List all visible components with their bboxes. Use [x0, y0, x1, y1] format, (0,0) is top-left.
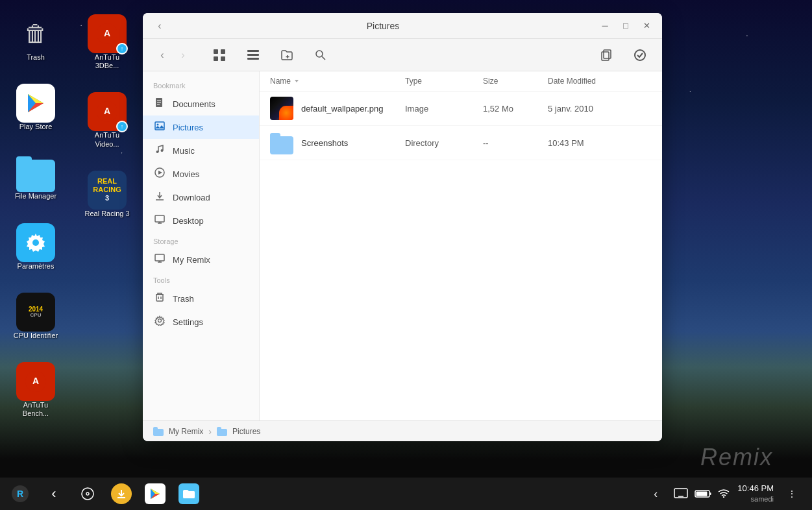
sidebar-item-settings[interactable]: Settings — [143, 310, 259, 334]
svg-marker-48 — [295, 80, 299, 82]
desktop-icon-antutu-bench[interactable]: A AnTuTu Bench... — [6, 357, 65, 423]
desktop-icon-antutu-3d[interactable]: A ↑ AnTuTu 3DBe... — [78, 9, 136, 75]
window-titlebar: ‹ Pictures ─ □ ✕ — [143, 13, 662, 39]
view-grid-btn[interactable] — [208, 43, 231, 67]
svg-rect-41 — [155, 254, 164, 261]
tools-section-label: Tools — [143, 271, 259, 287]
playstore-icon-img — [16, 84, 55, 123]
file-type-wallpaper: Image — [405, 104, 483, 114]
file-row-wallpaper[interactable]: default_wallpaper.png Image 1,52 Mo 5 ja… — [260, 91, 662, 126]
trash-label: Trash — [27, 53, 45, 62]
taskbar-right: ‹ — [645, 483, 802, 504]
sidebar-item-trash[interactable]: Trash — [143, 287, 259, 310]
svg-rect-17 — [247, 54, 259, 56]
nav-back-btn[interactable]: ‹ — [153, 46, 171, 64]
svg-text:A: A — [32, 376, 39, 386]
desktop-icon-trash[interactable]: 🗑 Trash — [6, 9, 65, 67]
desktop-icon-antutu-video[interactable]: A ↑ AnTuTu Video... — [78, 87, 136, 153]
window-maximize-btn[interactable]: □ — [618, 18, 634, 34]
breadcrumb-pictures[interactable]: Pictures — [232, 427, 260, 436]
antutu-bench-label: AnTuTu Bench... — [13, 401, 58, 418]
file-manager-toolbar: ‹ › — [143, 39, 662, 71]
col-header-type[interactable]: Type — [405, 77, 483, 86]
home-btn[interactable] — [77, 483, 98, 504]
svg-point-52 — [86, 492, 89, 495]
back-btn[interactable]: ‹ — [43, 483, 64, 504]
bookmark-section-label: Bookmark — [143, 77, 259, 92]
desktop-icon-realracing[interactable]: REAL RACING 3 Real Racing 3 — [78, 165, 136, 223]
sidebar-item-download[interactable]: Download — [143, 186, 259, 209]
window-close-btn[interactable]: ✕ — [639, 18, 654, 34]
col-header-date[interactable]: Date Modified — [548, 77, 652, 86]
breadcrumb-arrow: › — [208, 426, 212, 437]
file-manager-window: ‹ Pictures ─ □ ✕ ‹ › — [143, 13, 662, 441]
sidebar-item-myremix[interactable]: My Remix — [143, 248, 259, 271]
svg-point-31 — [157, 124, 159, 126]
toolbar-nav: ‹ › — [153, 46, 192, 64]
music-icon — [153, 144, 166, 157]
svg-text:A: A — [104, 28, 110, 38]
antutu-3d-icon-img: A ↑ — [88, 14, 127, 53]
sidebar: Bookmark Documents — [143, 71, 260, 420]
sidebar-item-desktop[interactable]: Desktop — [143, 209, 259, 232]
svg-line-22 — [322, 56, 325, 60]
trash-sidebar-icon — [153, 292, 166, 305]
col-header-size[interactable]: Size — [483, 77, 548, 86]
documents-label: Documents — [173, 99, 215, 109]
filemanager-icon-img — [16, 153, 55, 192]
taskbar-folder-btn[interactable] — [178, 483, 199, 504]
copy-btn[interactable] — [595, 43, 618, 67]
file-date-screenshots: 10:43 PM — [548, 138, 652, 148]
taskbar-date-value: samedi — [737, 494, 774, 504]
desktop-icon-parametres[interactable]: Paramètres — [6, 218, 65, 276]
taskbar-time-value: 10:46 PM — [737, 483, 774, 494]
sidebar-item-pictures[interactable]: Pictures — [143, 115, 259, 139]
file-name-screenshots: Screenshots — [301, 138, 348, 148]
svg-point-5 — [32, 239, 39, 246]
remix-home-btn[interactable]: R — [10, 483, 31, 504]
file-name-cell-screenshots: Screenshots — [270, 131, 405, 154]
keyboard-icon[interactable] — [674, 488, 688, 500]
svg-point-51 — [82, 488, 93, 500]
check-btn[interactable] — [628, 43, 652, 67]
taskbar-more-btn[interactable]: ⋮ — [781, 483, 802, 504]
search-btn[interactable] — [309, 43, 332, 67]
window-go-back-btn[interactable]: ‹ — [151, 17, 169, 35]
taskbar-playstore-btn[interactable] — [145, 483, 166, 504]
column-headers: Name Type Size Date Modified — [260, 71, 662, 91]
desktop-icon-cpu[interactable]: 2014 CPU CPU Identifier — [6, 287, 65, 345]
taskbar-arrow-left[interactable]: ‹ — [645, 483, 666, 504]
trash-sidebar-label: Trash — [173, 294, 194, 304]
window-controls: ─ □ ✕ — [597, 18, 654, 34]
wallpaper-thumbnail — [270, 97, 293, 120]
svg-point-21 — [316, 51, 323, 57]
svg-rect-72 — [696, 492, 707, 496]
taskbar-download-btn[interactable] — [111, 483, 132, 504]
desktop-icon-playstore[interactable]: Play Store — [6, 79, 65, 136]
sidebar-item-movies[interactable]: Movies — [143, 162, 259, 186]
window-minimize-btn[interactable]: ─ — [597, 18, 613, 34]
svg-text:A: A — [104, 106, 110, 116]
col-header-name[interactable]: Name — [270, 77, 405, 86]
antutu-video-label: AnTuTu Video... — [84, 131, 130, 148]
taskbar-sys-icons — [674, 488, 730, 500]
playstore-label: Play Store — [19, 123, 53, 131]
breadcrumb-myremix[interactable]: My Remix — [169, 427, 203, 436]
breadcrumb-folder-icon-pictures — [217, 427, 227, 436]
trash-icon-img: 🗑 — [16, 14, 55, 53]
desktop-icon-filemanager[interactable]: File Manager — [6, 148, 65, 206]
sidebar-item-music[interactable]: Music — [143, 139, 259, 162]
sidebar-item-documents[interactable]: Documents — [143, 92, 259, 115]
file-row-screenshots[interactable]: Screenshots Directory -- 10:43 PM — [260, 126, 662, 160]
update-badge-video: ↑ — [116, 121, 128, 132]
myremix-label: My Remix — [173, 255, 210, 265]
file-size-screenshots: -- — [483, 138, 548, 148]
svg-point-33 — [161, 149, 164, 152]
svg-rect-16 — [247, 50, 259, 52]
new-folder-btn[interactable] — [275, 43, 299, 67]
view-list-btn[interactable] — [241, 43, 265, 67]
file-manager-body: Bookmark Documents — [143, 71, 662, 420]
nav-forward-btn[interactable]: › — [174, 46, 192, 64]
movies-label: Movies — [173, 169, 199, 179]
antutu-video-icon-img: A ↑ — [88, 92, 127, 131]
